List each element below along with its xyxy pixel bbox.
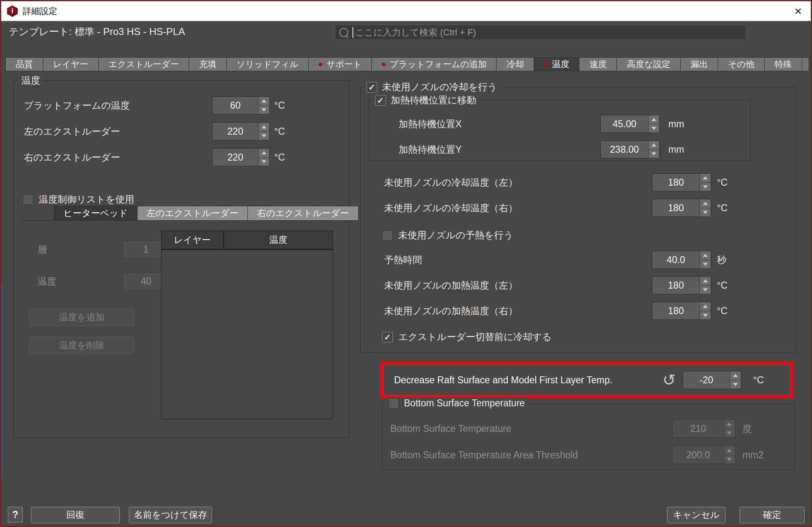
restore-button[interactable]: 回復 <box>31 507 120 523</box>
save-as-button[interactable]: 名前をつけて保存 <box>129 507 212 523</box>
spin-down-button[interactable] <box>700 286 711 294</box>
right-extruder-temp-spinner[interactable]: 220 <box>212 148 270 166</box>
checkbox-box[interactable] <box>23 194 33 205</box>
cool-temp-right-value[interactable]: 180 <box>652 199 700 217</box>
decrease-raft-spinner[interactable]: -20 <box>683 371 741 389</box>
cool-temp-right-label: 未使用ノズルの冷却温度（右） <box>384 202 518 215</box>
spin-down-button[interactable] <box>259 132 269 140</box>
subtab-right-extruder[interactable]: 右のエクストルーダー <box>247 206 359 221</box>
tab-layer[interactable]: レイヤー <box>43 57 99 71</box>
template-label: テンプレート: 標準 - Pro3 HS - HS-PLA <box>9 25 185 38</box>
platform-temp-spinner[interactable]: 60 <box>212 96 270 114</box>
heat-temp-left-label: 未使用ノズルの加熱温度（左） <box>384 279 518 292</box>
spin-up-button[interactable] <box>700 174 711 183</box>
reset-icon[interactable]: ↺ <box>663 372 676 388</box>
cool-temp-right-spinner[interactable]: 180 <box>652 199 711 217</box>
standby-y-spinner[interactable]: 238.00 <box>600 140 660 159</box>
spin-up-button[interactable] <box>649 115 659 124</box>
spin-up-button[interactable] <box>649 141 659 150</box>
spin-down-button[interactable] <box>700 183 711 191</box>
confirm-button[interactable]: 確定 <box>740 507 805 523</box>
tab-speed[interactable]: 速度 <box>579 57 617 71</box>
tab-temperature[interactable]: 温度 <box>534 57 579 71</box>
heat-temp-left-spinner[interactable]: 180 <box>652 276 711 294</box>
decrease-raft-value[interactable]: -20 <box>683 371 730 389</box>
spin-up-button <box>724 446 735 455</box>
spin-down-button[interactable] <box>259 106 269 114</box>
cool-temp-left-spinner[interactable]: 180 <box>652 173 711 191</box>
tab-special[interactable]: 特殊 <box>764 57 802 71</box>
text-caret <box>352 27 353 38</box>
spin-up-button[interactable] <box>259 97 269 106</box>
decrease-raft-highlight-row: Decrease Raft Surface and Model First La… <box>380 361 794 399</box>
heat-temp-right-spinner[interactable]: 180 <box>652 302 711 320</box>
cool-before-switch-checkbox[interactable]: エクストルーダー切替前に冷却する <box>382 331 552 343</box>
unit-label: °C <box>274 126 285 137</box>
table-body-empty[interactable] <box>161 250 333 420</box>
left-extruder-temp-spinner[interactable]: 220 <box>212 122 270 140</box>
tab-cooling[interactable]: 冷却 <box>496 57 534 71</box>
tab-other[interactable]: その他 <box>718 57 765 71</box>
platform-temp-value[interactable]: 60 <box>212 97 258 114</box>
standby-x-spinner[interactable]: 45.00 <box>600 115 660 133</box>
spin-down-button[interactable] <box>700 311 711 320</box>
use-temp-list-checkbox[interactable]: 温度制御リストを使用 <box>23 193 134 206</box>
spin-up-button[interactable] <box>259 123 269 132</box>
unit-label: 度 <box>742 422 752 435</box>
spin-up-button[interactable] <box>700 277 711 286</box>
spin-up-button[interactable] <box>700 251 711 260</box>
bottom-surface-checkbox[interactable] <box>388 398 399 409</box>
tab-advanced[interactable]: 高度な設定 <box>616 57 681 71</box>
app-logo-icon: i <box>7 5 18 17</box>
standby-x-row: 加熱待機位置X 45.00 mm <box>399 115 687 133</box>
left-extruder-temp-value[interactable]: 220 <box>212 123 258 140</box>
move-standby-label: 加熱待機位置に移動 <box>391 94 476 107</box>
settings-tab-bar: 品質 レイヤー エクストルーダー 充填 ソリッドフィル サポート プラットフォー… <box>5 57 809 71</box>
cool-temp-left-value[interactable]: 180 <box>652 174 700 191</box>
spin-up-button[interactable] <box>700 199 711 208</box>
help-button[interactable]: ? <box>8 507 23 522</box>
standby-y-value[interactable]: 238.00 <box>601 141 648 158</box>
search-input[interactable]: ここに入力して検索 (Ctrl + F) <box>335 25 747 40</box>
cancel-button[interactable]: キャンセル <box>667 507 726 523</box>
tab-extruder[interactable]: エクストルーダー <box>98 57 189 71</box>
subtab-left-extruder[interactable]: 左のエクストルーダー <box>137 206 248 221</box>
heat-temp-left-value[interactable]: 180 <box>652 277 700 294</box>
preheat-unused-checkbox[interactable]: 未使用ノズルの予熱を行う <box>382 229 513 242</box>
preheat-time-value[interactable]: 40.0 <box>652 251 700 268</box>
checkbox-box[interactable] <box>382 230 393 241</box>
spin-down-button[interactable] <box>730 380 741 389</box>
heat-temp-right-value[interactable]: 180 <box>652 302 700 319</box>
tab-overflow-stub[interactable] <box>802 57 809 71</box>
spin-up-button[interactable] <box>730 371 741 380</box>
unit-label: °C <box>717 177 728 188</box>
table-header-temp: 温度 <box>224 231 333 249</box>
subtab-heated-bed[interactable]: ヒーターベッド <box>54 206 138 221</box>
cool-unused-nozzle-checkbox[interactable] <box>366 82 377 93</box>
preheat-time-spinner[interactable]: 40.0 <box>652 251 711 269</box>
right-extruder-temp-value[interactable]: 220 <box>212 149 258 166</box>
spin-down-button[interactable] <box>700 260 711 269</box>
preheat-time-row: 予熱時間 40.0 秒 <box>384 251 738 269</box>
spin-down-button[interactable] <box>700 208 711 217</box>
platform-temp-label: プラットフォームの温度 <box>24 99 130 112</box>
tab-ooze[interactable]: 漏出 <box>680 57 718 71</box>
checkbox-box[interactable] <box>382 332 393 343</box>
unit-label: °C <box>274 152 285 163</box>
spin-down-button[interactable] <box>649 124 659 133</box>
tab-infill[interactable]: 充填 <box>189 57 226 71</box>
tab-support[interactable]: サポート <box>308 57 372 71</box>
tab-platform-addition[interactable]: プラットフォームの追加 <box>371 57 497 71</box>
temp-list-table[interactable]: レイヤー 温度 <box>161 231 333 419</box>
standby-x-value[interactable]: 45.00 <box>601 115 648 133</box>
spin-up-button[interactable] <box>259 149 269 158</box>
tab-quality[interactable]: 品質 <box>5 57 43 71</box>
tab-solid-fill[interactable]: ソリッドフィル <box>226 57 309 71</box>
spin-down-button[interactable] <box>649 150 659 159</box>
decrease-raft-label: Decrease Raft Surface and Model First La… <box>394 375 612 386</box>
spin-up-button[interactable] <box>700 302 711 311</box>
close-icon[interactable]: × <box>794 5 802 17</box>
unit-label: 秒 <box>717 254 726 266</box>
move-standby-checkbox[interactable] <box>375 95 386 106</box>
spin-down-button[interactable] <box>259 158 269 166</box>
